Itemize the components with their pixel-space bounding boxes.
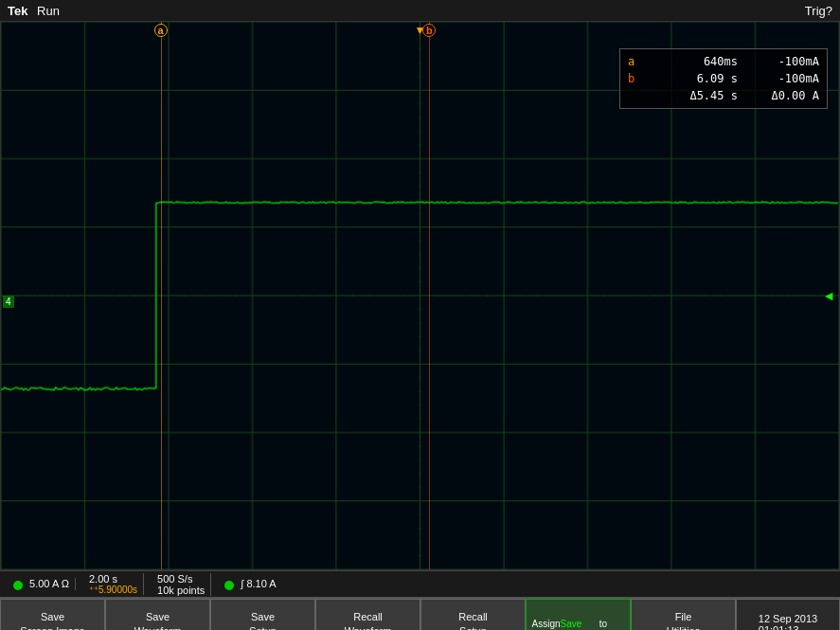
- trigger-right-arrow: ◄: [822, 288, 835, 303]
- cursor-delta-amp: Δ0.00 A: [753, 87, 819, 104]
- ch-number: 4: [3, 296, 14, 308]
- cursor-a-time: 640ms: [671, 53, 738, 70]
- date-display: 12 Sep 2013: [759, 613, 817, 624]
- ch4-right-status: ∫ 8.10 A: [219, 578, 281, 589]
- oscilloscope-screen: ▼ a b a 640ms -100mA b 6.09 s -100mA Δ5.…: [0, 21, 840, 570]
- cursor-b-amp: -100mA: [753, 70, 819, 87]
- cursor-a-amp: -100mA: [753, 53, 819, 70]
- cursor-b-line[interactable]: b: [429, 22, 430, 569]
- ch4-indicator: [13, 581, 23, 590]
- measurement-box: a 640ms -100mA b 6.09 s -100mA Δ5.45 s Δ…: [619, 48, 828, 109]
- run-label: Run: [37, 4, 60, 18]
- record-length: 10k points: [157, 585, 205, 596]
- ch4-right-indicator: [224, 581, 234, 590]
- trig-label: Trig?: [805, 4, 832, 18]
- scale-right-value: 8.10 A: [246, 578, 276, 589]
- time-per-div-value: 2.00 s: [89, 573, 117, 585]
- ch4-scale-value: 5.00 A: [29, 578, 59, 589]
- file-utilities-button[interactable]: FileUtilities: [631, 599, 736, 630]
- ohm-symbol: Ω: [62, 578, 69, 589]
- cursor-a-line[interactable]: a: [161, 22, 162, 569]
- save-waveform-button[interactable]: SaveWaveform: [105, 599, 210, 630]
- cursor-b-time: 6.09 s: [671, 70, 738, 87]
- ch4-scale-status: 5.00 A Ω: [8, 578, 76, 589]
- cursor-delta-label: [628, 87, 656, 104]
- probe-symbol: ∫: [241, 578, 243, 589]
- cursor-delta-time: Δ5.45 s: [671, 87, 738, 104]
- time-per-div-status: 2.00 s ⁺⁺5.90000s: [83, 573, 144, 595]
- cursor-a-label: a: [154, 24, 168, 37]
- datetime-display: 12 Sep 2013 01:01:13: [736, 599, 840, 630]
- assign-to-waveform-button[interactable]: AssignSavetoWaveform: [526, 599, 631, 630]
- recall-waveform-button[interactable]: RecallWaveform: [315, 599, 420, 630]
- status-bar: 5.00 A Ω 2.00 s ⁺⁺5.90000s 500 S/s 10k p…: [0, 570, 840, 597]
- button-bar: SaveScreen Image SaveWaveform SaveSetup …: [0, 597, 840, 630]
- channel-label: 4: [3, 296, 14, 307]
- sample-rate-value: 500 S/s: [157, 573, 192, 585]
- save-screen-image-button[interactable]: SaveScreen Image: [0, 599, 105, 630]
- cursor-b-indicator: b: [628, 70, 656, 87]
- recall-setup-button[interactable]: RecallSetup: [420, 599, 526, 630]
- time-offset: ⁺⁺5.90000s: [89, 585, 137, 595]
- brand-run-label: Tek Run: [8, 4, 60, 18]
- brand: Tek: [8, 4, 27, 18]
- sample-rate-status: 500 S/s 10k points: [152, 573, 211, 596]
- top-bar: Tek Run Trig?: [0, 0, 840, 21]
- cursor-a-indicator: a: [628, 53, 656, 70]
- save-setup-button[interactable]: SaveSetup: [210, 599, 315, 630]
- time-display: 01:01:13: [759, 624, 817, 631]
